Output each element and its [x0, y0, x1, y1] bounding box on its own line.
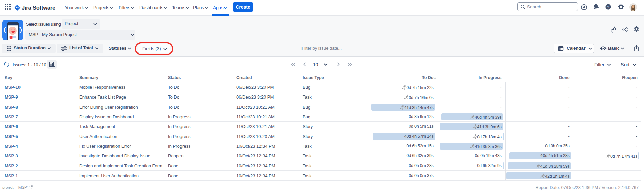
- svg-text:?: ?: [607, 5, 609, 9]
